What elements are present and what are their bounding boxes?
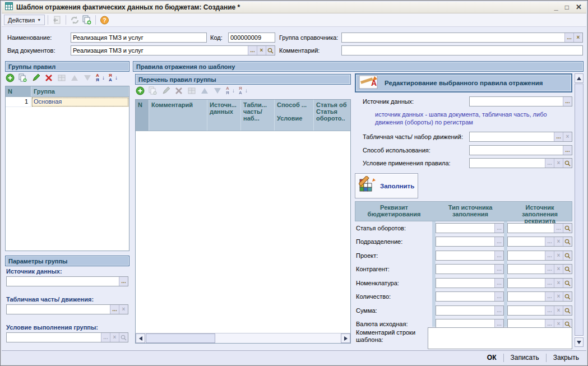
scroll-down-icon[interactable] [575,337,584,347]
select-icon[interactable]: ... [494,224,503,233]
minimize-button[interactable]: _ [554,3,558,11]
catalog-group-input[interactable] [342,33,564,42]
column-data-source[interactable]: Источн... данных [207,100,241,131]
sort-desc-icon[interactable]: ЯА↓ [108,73,118,82]
hscroll-thumb[interactable] [146,333,215,343]
column-turnover-item[interactable]: Статья об Статья оборото.. [314,100,350,131]
group-source-input[interactable] [7,277,119,286]
copy-icon[interactable] [18,73,27,82]
select-icon[interactable]: ... [554,224,563,233]
magnifier-icon[interactable] [563,251,572,260]
select-icon[interactable]: ... [494,251,503,260]
select-icon[interactable]: ... [545,237,554,246]
magnifier-icon[interactable] [563,306,572,315]
column-tabular[interactable]: Табли... часть/ наб... [241,100,275,131]
attr-source-input[interactable] [508,265,545,274]
select-icon[interactable]: ... [248,46,257,55]
attr-source-field: ... × [507,264,572,274]
magnifier-icon[interactable] [563,237,572,246]
magnifier-icon[interactable] [563,265,572,274]
select-icon[interactable]: ... [563,97,572,106]
doc-kind-input[interactable] [71,46,248,55]
vscroll-thumb[interactable] [575,84,584,336]
column-n[interactable]: N [6,86,31,96]
edit-icon[interactable] [31,73,40,82]
rules-table-body[interactable] [136,131,350,333]
magnifier-icon[interactable] [563,224,572,233]
attr-source-input[interactable] [508,237,545,246]
name-input[interactable] [71,33,206,42]
select-icon[interactable]: ... [494,279,503,288]
copy-new-icon[interactable] [81,15,92,26]
column-n[interactable]: N [136,100,149,131]
select-icon[interactable]: ... [110,305,119,314]
clear-icon[interactable]: × [573,33,582,42]
editor-source-input[interactable] [470,97,563,106]
delete-icon[interactable] [44,73,53,82]
comment-input[interactable] [342,46,582,55]
attr-source-input[interactable] [508,251,545,260]
clear-icon: × [110,333,119,342]
scroll-up-icon[interactable] [575,73,584,83]
magnifier-icon[interactable] [563,159,572,168]
select-icon[interactable]: ... [494,265,503,274]
attr-type-input[interactable] [436,279,494,288]
select-icon[interactable]: ... [554,132,563,141]
sort-asc-icon[interactable]: АЯ↓ [95,73,105,82]
group-condition-input[interactable] [7,333,101,342]
column-method-condition[interactable]: Способ ... Условие [275,100,314,131]
clear-icon[interactable]: × [257,46,266,55]
actions-menu-button[interactable]: Действия ▼ [4,15,45,25]
scroll-right-icon[interactable] [341,333,350,343]
code-input[interactable] [229,33,275,42]
select-icon[interactable]: ... [494,292,503,301]
select-icon[interactable]: ... [119,277,128,286]
select-icon[interactable]: ... [545,251,554,260]
column-comment[interactable]: Комментарий [149,100,207,131]
attr-type-input[interactable] [436,265,494,274]
magnifier-icon[interactable] [266,46,275,55]
add-icon[interactable] [5,73,15,82]
rules-hscrollbar[interactable] [136,333,350,343]
group-tabular-input[interactable] [7,305,110,314]
attr-source-input[interactable] [508,224,554,233]
close-form-button[interactable]: Закрыть [552,354,581,362]
close-button[interactable]: ✕ [576,3,582,11]
select-icon[interactable]: ... [545,292,554,301]
select-icon[interactable]: ... [494,237,503,246]
attr-type-input[interactable] [436,306,494,315]
editor-source-field-wrap: ... [469,96,572,106]
select-icon[interactable]: ... [564,33,573,42]
attr-type-input[interactable] [436,237,494,246]
row-comment-input[interactable] [428,328,572,349]
attr-source-input[interactable] [508,292,545,301]
select-icon[interactable]: ... [563,146,572,155]
magnifier-icon[interactable] [563,279,572,288]
clear-icon: × [119,305,128,314]
maximize-button[interactable]: □ [565,3,569,11]
editor-tabular-input[interactable] [470,132,554,141]
save-button[interactable]: Записать [509,354,541,362]
ok-button[interactable]: ОК [485,354,498,362]
scroll-left-icon[interactable] [136,333,145,343]
add-icon[interactable] [135,86,145,95]
table-row[interactable]: 1 Основная [6,97,129,107]
rules-list-header: Перечень правил группы [135,74,351,85]
fill-button[interactable]: Заполнить [355,173,418,198]
group-condition-label: Условие выполнения группы: [6,324,98,331]
attr-type-input[interactable] [436,292,494,301]
attr-source-input[interactable] [508,306,545,315]
magnifier-icon[interactable] [563,292,572,301]
move-up-icon [200,86,209,95]
help-icon[interactable]: ? [99,15,110,26]
attr-type-input[interactable] [436,251,494,260]
select-icon[interactable]: ... [545,306,554,315]
select-icon[interactable]: ... [545,279,554,288]
column-group[interactable]: Группа [31,86,129,96]
editor-condition-input[interactable] [470,159,545,168]
select-icon[interactable]: ... [545,265,554,274]
editor-method-input[interactable] [470,146,563,155]
attr-type-input[interactable] [436,224,494,233]
select-icon[interactable]: ... [494,306,503,315]
attr-source-input[interactable] [508,279,545,288]
